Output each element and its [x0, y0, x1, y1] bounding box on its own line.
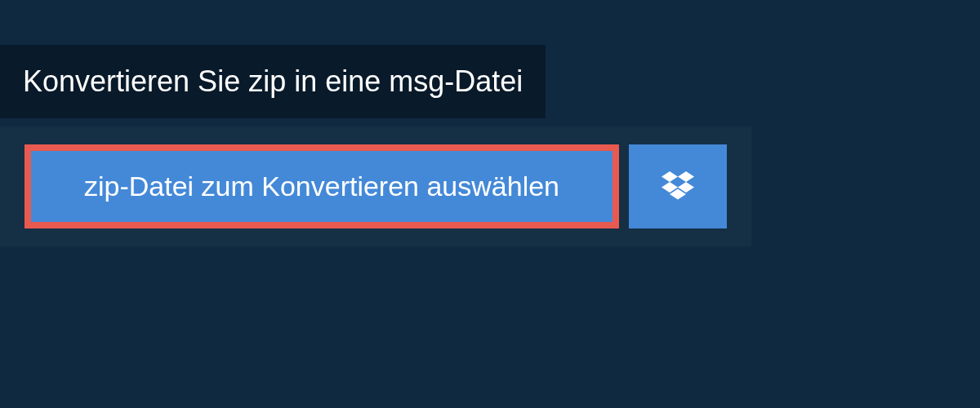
- page-title: Konvertieren Sie zip in eine msg-Datei: [23, 64, 523, 99]
- upload-container: zip-Datei zum Konvertieren auswählen: [0, 126, 751, 246]
- file-select-label: zip-Datei zum Konvertieren auswählen: [84, 171, 559, 202]
- file-select-button[interactable]: zip-Datei zum Konvertieren auswählen: [24, 144, 619, 228]
- dropbox-button[interactable]: [629, 144, 727, 228]
- header-bar: Konvertieren Sie zip in eine msg-Datei: [0, 45, 546, 118]
- dropbox-icon: [662, 171, 694, 202]
